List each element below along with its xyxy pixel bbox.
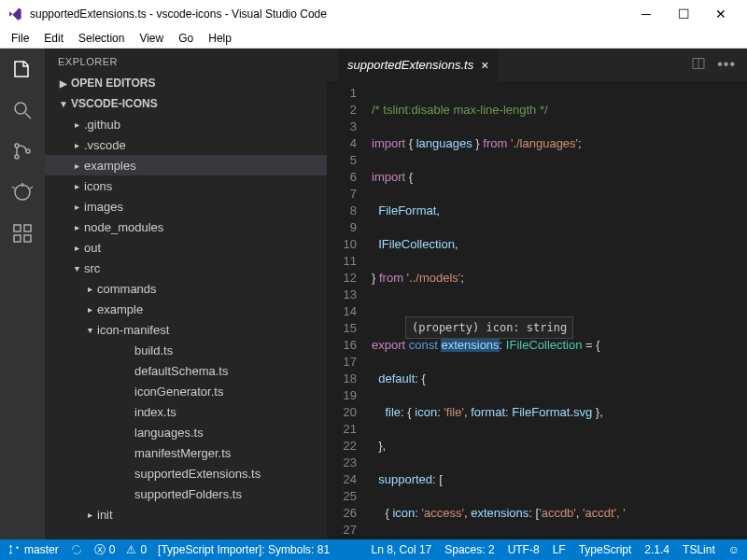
tree-label: supportedExtensions.ts [133,467,261,481]
file-tree: ▶OPEN EDITORS ▼VSCODE-ICONS ▸.github▸.vs… [45,73,327,539]
editor-tabs: supportedExtensions.ts × ••• [327,49,747,81]
errors-count[interactable]: ⓧ 0 [94,542,116,558]
activity-bar [0,49,45,539]
close-icon[interactable]: × [481,58,488,73]
chevron-down-icon: ▾ [84,325,95,335]
tree-label: example [95,302,143,316]
tree-item[interactable]: ▸icons [45,175,327,196]
tree-label: iconGenerator.ts [133,385,223,399]
tree-label: manifestMerger.ts [133,446,231,460]
sync-icon[interactable] [70,543,83,556]
tree-item[interactable]: ▸.github [45,114,327,134]
window-title: supportedExtensions.ts - vscode-icons - … [30,7,627,21]
tree-item[interactable]: ▸init [45,504,327,525]
git-branch[interactable]: master [7,543,59,556]
tree-item[interactable]: ▸out [45,237,327,258]
tree-item[interactable]: supportedExtensions.ts [45,463,327,483]
status-bar: master ⓧ 0 ⚠ 0 [TypeScript Importer]: Sy… [0,539,747,560]
ts-version[interactable]: 2.1.4 [644,543,669,556]
ts-importer-status[interactable]: [TypeScript Importer]: Symbols: 81 [158,543,330,556]
editor-hover-tooltip: (property) icon: string [405,316,573,339]
tree-label: images [82,200,123,214]
code-lines[interactable]: /* tslint:disable max-line-length */ imp… [372,81,747,539]
language-mode[interactable]: TypeScript [579,543,632,556]
svg-point-17 [16,547,18,549]
project-section[interactable]: ▼VSCODE-ICONS [45,93,327,114]
search-icon[interactable] [9,97,35,123]
svg-point-2 [15,144,19,147]
code-editor[interactable]: 1234567891011121314151617181920212223242… [327,81,747,539]
menu-go[interactable]: Go [171,30,201,47]
svg-line-7 [12,187,15,189]
tree-item[interactable]: languages.ts [45,422,327,442]
tab-supportedextensions[interactable]: supportedExtensions.ts × [338,49,498,81]
tree-item[interactable]: ▸node_modules [45,217,327,237]
window-close-button[interactable]: ✕ [702,0,740,28]
chevron-right-icon: ▸ [71,161,82,171]
tree-item[interactable]: iconGenerator.ts [45,381,327,401]
vscode-logo-icon [7,7,22,21]
tree-label: node_modules [82,220,163,234]
tree-label: src [82,261,100,275]
more-icon[interactable]: ••• [717,56,736,75]
open-editors-section[interactable]: ▶OPEN EDITORS [45,73,327,93]
tree-item[interactable]: manifestMerger.ts [45,442,327,463]
sidebar-explorer: EXPLORER ▶OPEN EDITORS ▼VSCODE-ICONS ▸.g… [45,49,327,539]
tree-item[interactable]: index.ts [45,401,327,422]
svg-rect-12 [24,235,31,242]
svg-point-5 [15,185,30,200]
cursor-position[interactable]: Ln 8, Col 17 [372,543,432,556]
indentation[interactable]: Spaces: 2 [444,543,494,556]
menu-help[interactable]: Help [201,30,239,47]
window-maximize-button[interactable]: ☐ [665,0,702,28]
tree-item[interactable]: ▸example [45,299,327,319]
window-minimize-button[interactable]: ─ [627,0,665,28]
svg-point-15 [9,545,11,547]
tab-label: supportedExtensions.ts [347,58,473,72]
tree-item[interactable]: ▸commands [45,278,327,299]
tree-item[interactable]: ▸images [45,196,327,217]
tree-label: .vscode [82,138,126,152]
svg-line-8 [30,187,33,189]
menu-selection[interactable]: Selection [71,30,132,47]
svg-rect-10 [24,225,31,231]
tree-item[interactable]: build.ts [45,340,327,360]
tree-item[interactable]: supportedFolders.ts [45,483,327,504]
source-control-icon[interactable] [9,138,35,164]
feedback-icon[interactable]: ☺ [728,543,740,556]
svg-line-1 [25,113,31,119]
extensions-icon[interactable] [9,220,35,246]
menu-view[interactable]: View [132,30,171,47]
tree-item[interactable]: ▸.vscode [45,134,327,155]
tree-label: languages.ts [133,426,204,440]
editor-area: supportedExtensions.ts × ••• 12345678910… [327,49,747,539]
tslint-status[interactable]: TSLint [683,543,715,556]
chevron-right-icon: ▸ [71,222,82,232]
tree-item[interactable]: defaultSchema.ts [45,360,327,381]
eol[interactable]: LF [553,543,566,556]
explorer-icon[interactable] [9,56,35,82]
tree-item[interactable]: ▸examples [45,155,327,175]
encoding[interactable]: UTF-8 [508,543,540,556]
chevron-down-icon: ▾ [71,263,82,273]
chevron-right-icon: ▸ [71,119,82,130]
tree-item[interactable]: ▾src [45,258,327,278]
window-titlebar: supportedExtensions.ts - vscode-icons - … [0,0,747,28]
tree-label: init [95,508,113,522]
tree-label: .github [82,118,120,132]
line-gutter: 1234567891011121314151617181920212223242… [327,81,372,539]
debug-icon[interactable] [9,179,35,205]
chevron-right-icon: ▸ [71,243,82,253]
tree-label: index.ts [133,405,176,419]
tree-label: build.ts [133,343,173,357]
chevron-right-icon: ▶ [58,78,69,89]
chevron-right-icon: ▸ [71,181,82,191]
menu-file[interactable]: File [4,30,36,47]
tree-label: defaultSchema.ts [133,364,228,378]
tree-label: examples [82,159,136,173]
warnings-count[interactable]: ⚠ 0 [126,543,147,556]
tree-item[interactable]: ▾icon-manifest [45,319,327,340]
menu-edit[interactable]: Edit [36,30,71,47]
split-editor-icon[interactable] [691,56,706,75]
chevron-down-icon: ▼ [58,99,69,109]
